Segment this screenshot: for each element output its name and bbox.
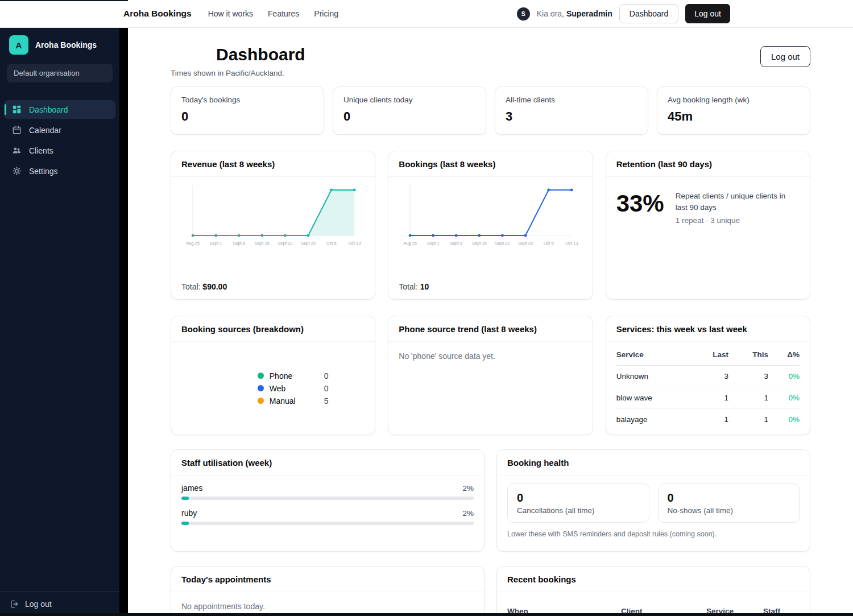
booking-health-title: Booking health: [497, 450, 810, 476]
bookings-total-value: 10: [420, 282, 429, 291]
svg-text:Oct 13: Oct 13: [566, 241, 578, 246]
staff-utilisation-title: Staff utilisation (week): [171, 450, 484, 476]
revenue-card: Revenue (last 8 weeks) Aug 25Sept 1Sept …: [171, 151, 375, 300]
stat-value: 0: [343, 109, 475, 124]
topnav-link-how-it-works[interactable]: How it works: [208, 9, 253, 18]
third-row: Staff utilisation (week) james 2% ruby 2…: [171, 449, 810, 552]
svg-text:Aug 25: Aug 25: [403, 241, 417, 246]
topnav-brand[interactable]: Aroha Bookings: [123, 9, 192, 19]
col-delta: Δ%: [768, 350, 800, 359]
services-card: Services: this week vs last week Service…: [606, 316, 810, 435]
service-last: 1: [689, 415, 728, 424]
sidebar-content-gap: [119, 28, 128, 616]
sidebar-item-settings[interactable]: Settings: [4, 162, 115, 180]
sidebar-item-label: Dashboard: [29, 105, 68, 114]
logout-button-main[interactable]: Log out: [760, 46, 810, 67]
sidebar-logout-label: Log out: [25, 600, 52, 609]
legend-item-web: Web 0: [258, 384, 329, 393]
sidebar-brand: A Aroha Bookings: [0, 28, 119, 55]
avatar: S: [517, 7, 530, 20]
staff-progress-track: [181, 522, 474, 525]
col-last: Last: [689, 350, 728, 359]
retention-body: 33% Repeat clients / unique clients in l…: [606, 177, 810, 299]
table-row: balayage 1 1 0%: [616, 409, 800, 430]
services-title: Services: this week vs last week: [606, 316, 810, 342]
service-this: 1: [728, 394, 768, 402]
legend-item-manual: Manual 5: [258, 396, 329, 406]
legend-label: Phone: [270, 371, 310, 381]
booking-health-note: Lower these with SMS reminders and depos…: [507, 530, 800, 538]
legend-value: 0: [324, 384, 329, 393]
noshows-metric: 0 No-shows (all time): [658, 483, 800, 523]
retention-card: Retention (last 90 days) 33% Repeat clie…: [606, 151, 810, 300]
bookings-total-label: Total:: [399, 282, 417, 291]
staff-utilisation-body: james 2% ruby 2%: [171, 476, 484, 551]
settings-gear-icon: [12, 166, 22, 176]
top-navbar: Aroha Bookings How it works Features Pri…: [0, 0, 853, 28]
svg-text:Sept 22: Sept 22: [278, 241, 293, 246]
stat-value: 45m: [668, 109, 800, 124]
svg-text:Sept 22: Sept 22: [495, 241, 510, 246]
stat-card-avg-booking-length: Avg booking length (wk) 45m: [657, 86, 810, 135]
services-table: Service Last This Δ% Unknown 3 3 0% blow…: [606, 342, 810, 435]
dashboard-grid-icon: [12, 105, 22, 114]
metric-value: 0: [517, 491, 640, 505]
staff-progress-fill: [181, 497, 189, 500]
legend-value: 5: [324, 396, 329, 406]
svg-text:Oct 6: Oct 6: [326, 241, 337, 246]
service-delta: 0%: [768, 415, 800, 424]
col-this: This: [728, 350, 768, 359]
sidebar-logout[interactable]: Log out: [0, 592, 119, 616]
main-content: Dashboard Times shown in Pacific/Aucklan…: [128, 28, 853, 616]
sidebar-item-label: Clients: [29, 146, 53, 155]
revenue-line-chart: Aug 25Sept 1Sept 8Sept 15Sept 22Sept 29O…: [179, 180, 367, 267]
service-name: Unknown: [616, 372, 689, 381]
stat-card-unique-clients: Unique clients today 0: [333, 86, 486, 135]
todays-appointments-card: Today's appointments No appointments tod…: [171, 566, 485, 616]
recent-bookings-title: Recent bookings: [497, 567, 810, 592]
revenue-card-title: Revenue (last 8 weeks): [171, 151, 375, 177]
bookings-chart-body: Aug 25Sept 1Sept 8Sept 15Sept 22Sept 29O…: [388, 177, 592, 299]
booking-sources-body: Phone 0 Web 0 Manual 5: [171, 342, 375, 435]
staff-name: ruby: [181, 508, 197, 518]
clients-icon: [12, 146, 22, 155]
booking-sources-title: Booking sources (breakdown): [171, 316, 375, 342]
greeting-prefix: Kia ora,: [537, 9, 564, 18]
stat-label: All-time clients: [506, 96, 637, 104]
phone-trend-title: Phone source trend (last 8 weeks): [388, 316, 592, 342]
topnav-link-features[interactable]: Features: [268, 9, 299, 18]
stat-label: Unique clients today: [343, 96, 475, 104]
sidebar-item-label: Calendar: [29, 126, 61, 135]
retention-detail: 1 repeat · 3 unique: [676, 216, 798, 225]
staff-percent: 2%: [462, 484, 474, 493]
org-selector[interactable]: Default organisation: [7, 64, 113, 82]
bookings-card: Bookings (last 8 weeks) Aug 25Sept 1Sept…: [388, 151, 593, 300]
stat-label: Avg booking length (wk): [668, 96, 800, 104]
phone-trend-empty-message: No 'phone' source data yet.: [388, 342, 592, 370]
stat-card-alltime-clients: All-time clients 3: [495, 86, 648, 135]
svg-text:Sept 1: Sept 1: [427, 241, 440, 246]
second-row: Booking sources (breakdown) Phone 0 Web …: [171, 316, 810, 435]
dashboard-button[interactable]: Dashboard: [619, 4, 679, 23]
sidebar-item-calendar[interactable]: Calendar: [4, 121, 115, 139]
booking-sources-card: Booking sources (breakdown) Phone 0 Web …: [171, 316, 375, 435]
revenue-total-value: $90.00: [202, 282, 227, 291]
stats-row: Today's bookings 0 Unique clients today …: [171, 86, 810, 135]
timezone-note: Times shown in Pacific/Auckland.: [171, 69, 305, 78]
app-logo: A: [9, 35, 28, 55]
legend-value: 0: [324, 371, 329, 381]
staff-progress-track: [181, 497, 474, 500]
logout-button-top[interactable]: Log out: [685, 4, 730, 23]
sidebar-item-clients[interactable]: Clients: [4, 141, 115, 160]
topnav-links: How it works Features Pricing: [208, 9, 338, 18]
bookings-total: Total: 10: [396, 282, 584, 291]
topnav-link-pricing[interactable]: Pricing: [314, 9, 338, 18]
svg-text:Sept 15: Sept 15: [472, 241, 487, 246]
legend-label: Web: [270, 384, 310, 393]
page-title: Dashboard: [216, 45, 305, 64]
bookings-card-title: Bookings (last 8 weeks): [388, 151, 592, 177]
stat-card-todays-bookings: Today's bookings 0: [171, 86, 324, 135]
sidebar-item-dashboard[interactable]: Dashboard: [4, 100, 115, 119]
recent-bookings-body: When Client Service Staff: [497, 592, 810, 616]
revenue-total-label: Total:: [181, 282, 200, 291]
